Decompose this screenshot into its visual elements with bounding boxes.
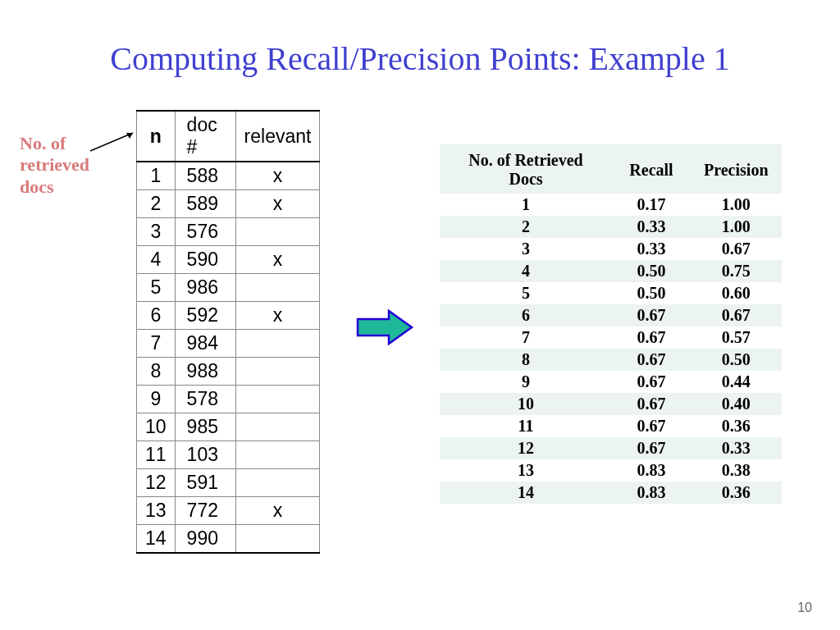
cell-recall: 0.67 [612, 349, 691, 371]
cell-doc: 985 [175, 413, 235, 441]
table-row: 110.670.36 [440, 415, 782, 437]
cell-doc: 990 [175, 525, 235, 554]
cell-recall: 0.83 [612, 459, 691, 482]
cell-doc: 592 [175, 302, 235, 330]
cell-recall: 0.50 [612, 282, 691, 304]
cell-n: 14 [137, 525, 176, 554]
cell-precision: 0.40 [691, 393, 782, 415]
cell-precision: 1.00 [691, 194, 782, 216]
cell-docs: 10 [440, 393, 612, 415]
cell-relevant [235, 218, 320, 246]
cell-recall: 0.17 [612, 194, 691, 216]
slide-title: Computing Recall/Precision Points: Examp… [0, 39, 840, 78]
table-header-row: No. of Retrieved Docs Recall Precision [440, 144, 782, 194]
table-row: 70.670.57 [440, 326, 782, 349]
cell-doc: 772 [175, 497, 235, 525]
cell-relevant [235, 469, 320, 497]
col-relevant: relevant [235, 111, 320, 162]
cell-recall: 0.67 [612, 415, 691, 437]
cell-recall: 0.67 [612, 437, 691, 459]
cell-n: 6 [137, 302, 176, 330]
retrieved-docs-table: n doc # relevant 1588x2589x35764590x5986… [136, 110, 320, 554]
table-row: 9578 [137, 386, 320, 413]
table-row: 20.331.00 [440, 216, 782, 238]
cell-precision: 0.50 [691, 349, 782, 371]
right-arrow-icon [354, 308, 415, 346]
cell-precision: 0.38 [691, 459, 782, 482]
cell-precision: 0.36 [691, 482, 782, 504]
page-number: 10 [797, 600, 812, 615]
cell-n: 13 [137, 497, 176, 525]
cell-precision: 0.36 [691, 415, 782, 437]
cell-doc: 576 [175, 218, 235, 246]
cell-n: 3 [137, 218, 176, 246]
cell-n: 5 [137, 274, 176, 302]
cell-docs: 2 [440, 216, 612, 238]
col-n: n [137, 111, 176, 162]
cell-docs: 8 [440, 349, 612, 371]
cell-n: 2 [137, 190, 176, 218]
cell-precision: 1.00 [691, 216, 782, 238]
table-row: 30.330.67 [440, 238, 782, 260]
cell-docs: 7 [440, 326, 612, 349]
table-row: 80.670.50 [440, 349, 782, 371]
cell-docs: 11 [440, 415, 612, 437]
table-row: 12591 [137, 469, 320, 497]
cell-recall: 0.50 [612, 260, 691, 282]
cell-n: 11 [137, 441, 176, 469]
cell-doc: 578 [175, 386, 235, 413]
cell-relevant [235, 386, 320, 413]
cell-relevant [235, 441, 320, 469]
cell-relevant: x [235, 497, 320, 525]
table-row: 13772x [137, 497, 320, 525]
cell-n: 8 [137, 358, 176, 386]
cell-precision: 0.67 [691, 304, 782, 326]
cell-doc: 988 [175, 358, 235, 386]
cell-doc: 589 [175, 190, 235, 218]
table-row: 60.670.67 [440, 304, 782, 326]
cell-recall: 0.67 [612, 393, 691, 415]
annotation-retrieved-docs: No. of retrieved docs [20, 133, 89, 198]
table-row: 10985 [137, 413, 320, 441]
cell-relevant: x [235, 302, 320, 330]
cell-docs: 13 [440, 459, 612, 482]
cell-relevant: x [235, 246, 320, 274]
cell-doc: 986 [175, 274, 235, 302]
cell-n: 12 [137, 469, 176, 497]
cell-recall: 0.33 [612, 238, 691, 260]
svg-line-0 [90, 133, 133, 151]
cell-n: 7 [137, 330, 176, 358]
table-row: 3576 [137, 218, 320, 246]
cell-doc: 984 [175, 330, 235, 358]
col-precision: Precision [691, 144, 782, 194]
cell-relevant: x [235, 162, 320, 190]
table-header-row: n doc # relevant [137, 111, 320, 162]
cell-doc: 588 [175, 162, 235, 190]
table-row: 6592x [137, 302, 320, 330]
cell-relevant [235, 330, 320, 358]
table-row: 140.830.36 [440, 482, 782, 504]
table-row: 90.670.44 [440, 371, 782, 393]
cell-docs: 1 [440, 194, 612, 216]
table-row: 8988 [137, 358, 320, 386]
cell-recall: 0.83 [612, 482, 691, 504]
cell-precision: 0.44 [691, 371, 782, 393]
annotation-arrow-icon [89, 130, 138, 154]
table-row: 2589x [137, 190, 320, 218]
table-row: 10.171.00 [440, 194, 782, 216]
cell-doc: 103 [175, 441, 235, 469]
cell-precision: 0.67 [691, 238, 782, 260]
cell-n: 10 [137, 413, 176, 441]
cell-docs: 14 [440, 482, 612, 504]
col-recall: Recall [612, 144, 691, 194]
cell-n: 1 [137, 162, 176, 190]
cell-precision: 0.57 [691, 326, 782, 349]
table-row: 14990 [137, 525, 320, 554]
cell-docs: 3 [440, 238, 612, 260]
table-row: 1588x [137, 162, 320, 190]
table-row: 7984 [137, 330, 320, 358]
cell-recall: 0.67 [612, 326, 691, 349]
cell-doc: 591 [175, 469, 235, 497]
cell-doc: 590 [175, 246, 235, 274]
cell-docs: 4 [440, 260, 612, 282]
